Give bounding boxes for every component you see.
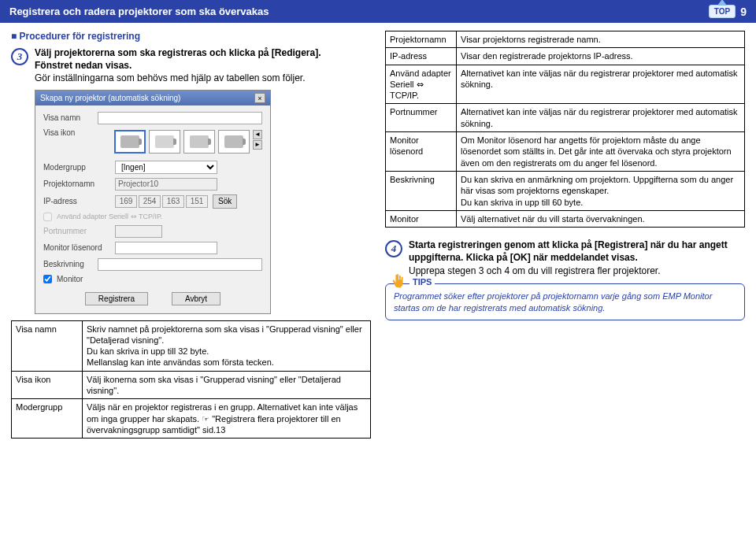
icon-option-2[interactable]: [149, 130, 180, 154]
label-modergrupp: Modergrupp: [43, 163, 110, 172]
step4-bold: Starta registreringen genom att klicka p…: [409, 239, 728, 263]
cancel-button[interactable]: Avbryt: [172, 292, 220, 305]
right-column: ProjektornamnVisar projektorns registrer…: [385, 31, 745, 439]
label-monitor: Monitor: [57, 275, 124, 283]
table-row: PortnummerAlternativet kan inte väljas n…: [386, 104, 745, 132]
tips-text: Programmet söker efter projektorer på pr…: [394, 291, 712, 313]
ip-seg-1: [115, 195, 137, 208]
label-beskrivning: Beskrivning: [43, 260, 93, 268]
ip-input-group: Sök: [115, 194, 237, 209]
ip-seg-2: [139, 195, 161, 208]
register-button[interactable]: Registrera: [85, 292, 148, 305]
table-row: Monitor lösenordOm Monitor lösenord har …: [386, 132, 745, 172]
page-info: TOP 9: [709, 5, 747, 18]
hand-icon: [391, 273, 408, 291]
icon-option-1[interactable]: [114, 130, 146, 154]
table-row: BeskrivningDu kan skriva en anmärkning o…: [386, 171, 745, 210]
modergrupp-select[interactable]: [Ingen]: [115, 161, 217, 174]
label-ip: IP-adress: [43, 197, 110, 205]
scroll-right-icon[interactable]: ►: [253, 140, 262, 150]
dialog-title: Skapa ny projektor (automatisk sökning): [40, 94, 180, 102]
page-header: Registrera och radera projektorer som sk…: [0, 0, 756, 23]
left-column: Procedurer för registrering 3 Välj proje…: [11, 31, 371, 439]
table-row: Använd adapter Seriell ⇔ TCP/IP.Alternat…: [386, 65, 745, 104]
table-row: ModergruppVäljs när en projektor registr…: [12, 399, 371, 439]
top-badge[interactable]: TOP: [709, 5, 736, 18]
tips-label: TIPS: [410, 276, 435, 288]
dialog-titlebar: Skapa ny projektor (automatisk sökning) …: [35, 91, 270, 105]
left-info-table: Visa namnSkriv namnet på projektorerna s…: [11, 320, 371, 439]
table-row: IP-adressVisar den registrerade projekto…: [386, 48, 745, 65]
visa-namn-input[interactable]: [98, 112, 262, 124]
page-number: 9: [740, 6, 747, 18]
label-adapter: Använd adapter Seriell ⇔ TCP/IP.: [57, 213, 162, 220]
label-portnummer: Portnummer: [43, 227, 110, 235]
icon-option-4[interactable]: [218, 130, 250, 154]
icon-selector: ◄ ►: [114, 130, 262, 154]
section-title: Procedurer för registrering: [11, 31, 371, 42]
close-icon[interactable]: ×: [254, 93, 265, 103]
beskrivning-input[interactable]: [98, 258, 262, 271]
label-visa-namn: Visa namn: [43, 113, 93, 122]
step4-plain: Upprepa stegen 3 och 4 om du vill regist…: [409, 265, 661, 276]
table-row: Visa namnSkriv namnet på projektorerna s…: [12, 320, 371, 371]
scroll-left-icon[interactable]: ◄: [253, 130, 262, 139]
step3-line2: Fönstret nedan visas.: [35, 60, 132, 71]
header-title: Registrera och radera projektorer som sk…: [9, 6, 269, 17]
portnummer-input: [115, 225, 162, 238]
label-monitor-pw: Monitor lösenord: [43, 243, 110, 252]
step3-line1a: Välj projektorerna som ska registreras o…: [35, 47, 272, 58]
step-number-4: 4: [385, 240, 402, 257]
label-visa-ikon: Visa ikon: [43, 128, 109, 137]
label-projektornamn: Projektornamn: [43, 179, 110, 188]
step-number-3: 3: [11, 48, 28, 65]
search-button[interactable]: Sök: [213, 194, 237, 209]
monitor-pw-input[interactable]: [115, 242, 217, 254]
table-row: MonitorVälj alternativet när du vill sta…: [386, 210, 745, 227]
new-projector-dialog: Skapa ny projektor (automatisk sökning) …: [35, 90, 271, 314]
tips-box: TIPS Programmet söker efter projektorer …: [385, 283, 745, 321]
step3-line1b: [Redigera].: [272, 47, 321, 58]
step-3: 3 Välj projektorerna som ska registreras…: [11, 46, 371, 85]
step-4: 4 Starta registreringen genom att klicka…: [385, 239, 745, 277]
step3-line3: Gör inställningarna som behövs med hjälp…: [35, 72, 306, 83]
table-row: ProjektornamnVisar projektorns registrer…: [386, 31, 745, 48]
adapter-checkbox: [43, 213, 52, 221]
right-info-table: ProjektornamnVisar projektorns registrer…: [385, 31, 745, 228]
table-row: Visa ikonVälj ikonerna som ska visas i "…: [12, 371, 371, 399]
monitor-checkbox[interactable]: [43, 275, 52, 283]
projektornamn-input: [115, 178, 217, 191]
ip-seg-4: [186, 195, 208, 208]
icon-option-3[interactable]: [183, 130, 215, 154]
ip-seg-3: [162, 195, 184, 208]
